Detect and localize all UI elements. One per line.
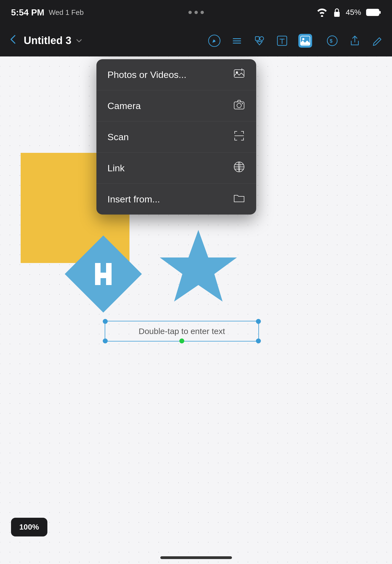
dropdown-item-link[interactable]: Link — [96, 153, 256, 184]
dropdown-item-insert-label: Insert from... — [107, 194, 160, 205]
share-button[interactable] — [348, 34, 361, 47]
shape-nav-diamond[interactable] — [62, 233, 145, 315]
dropdown-item-insert[interactable]: Insert from... — [96, 184, 256, 215]
zoom-indicator[interactable]: 100% — [11, 518, 47, 536]
text-box-handle-bottom-middle[interactable] — [179, 338, 184, 343]
battery-level: 45% — [346, 8, 361, 17]
shape-star[interactable] — [154, 227, 242, 304]
insert-dropdown-menu: Photos or Videos... Camera — [96, 59, 256, 215]
text-box-handle-tr[interactable] — [256, 319, 261, 324]
svg-marker-26 — [160, 230, 237, 302]
edit-button[interactable] — [371, 34, 384, 47]
draw-tool-button[interactable] — [208, 34, 221, 47]
status-time: 5:54 PM — [11, 7, 44, 18]
status-dots — [188, 11, 204, 14]
dropdown-item-link-label: Link — [107, 163, 125, 173]
toolbar-tools — [208, 34, 312, 48]
dropdown-item-scan[interactable]: Scan — [96, 121, 256, 153]
svg-rect-8 — [233, 43, 241, 44]
svg-point-5 — [213, 40, 215, 42]
toolbar: Untitled 3 — [0, 25, 392, 56]
status-icons: 45% — [316, 7, 381, 17]
text-tool-button[interactable] — [276, 34, 288, 47]
svg-text:$: $ — [330, 38, 332, 44]
svg-point-19 — [237, 103, 241, 108]
svg-point-13 — [302, 38, 304, 40]
document-title-area[interactable]: Untitled 3 — [24, 35, 83, 47]
status-bar: 5:54 PM Wed 1 Feb 45% — [0, 0, 392, 25]
scan-icon — [233, 130, 245, 144]
home-indicator — [160, 556, 232, 559]
svg-rect-6 — [233, 38, 241, 39]
undo-button[interactable]: $ — [326, 34, 339, 47]
status-date: Wed 1 Feb — [49, 8, 84, 17]
svg-point-10 — [260, 37, 264, 40]
wifi-icon — [316, 8, 328, 17]
back-button[interactable] — [8, 33, 18, 48]
media-tool-button[interactable] — [298, 34, 312, 48]
text-box-handle-bl[interactable] — [103, 338, 108, 343]
shapes-tool-button[interactable] — [253, 34, 266, 47]
link-icon — [233, 161, 245, 175]
lock-icon — [333, 7, 341, 17]
canvas[interactable]: Photos or Videos... Camera — [0, 56, 392, 564]
lines-tool-button[interactable] — [231, 34, 243, 47]
dropdown-item-scan-label: Scan — [107, 132, 129, 142]
svg-rect-0 — [334, 12, 340, 17]
text-box-handle-br[interactable] — [256, 338, 261, 343]
svg-rect-7 — [233, 40, 241, 41]
camera-icon — [233, 99, 245, 113]
svg-rect-16 — [234, 70, 244, 77]
dropdown-item-camera[interactable]: Camera — [96, 90, 256, 121]
svg-point-20 — [242, 103, 243, 104]
text-box-handle-tl[interactable] — [103, 319, 108, 324]
document-title: Untitled 3 — [24, 35, 71, 47]
text-box[interactable]: Double-tap to enter text — [105, 321, 259, 341]
zoom-level: 100% — [19, 523, 39, 531]
svg-rect-18 — [234, 102, 244, 109]
title-chevron-icon — [75, 37, 83, 45]
photos-icon — [233, 67, 245, 82]
svg-rect-3 — [379, 11, 381, 14]
svg-rect-9 — [255, 37, 259, 40]
text-box-placeholder: Double-tap to enter text — [139, 327, 225, 336]
dropdown-item-photos[interactable]: Photos or Videos... — [96, 59, 256, 90]
battery-icon — [366, 9, 381, 16]
dropdown-item-photos-label: Photos or Videos... — [107, 69, 186, 80]
svg-rect-2 — [367, 10, 375, 15]
dropdown-item-camera-label: Camera — [107, 101, 141, 111]
svg-rect-25 — [95, 273, 112, 278]
folder-icon — [233, 192, 245, 206]
toolbar-right-tools: $ — [326, 34, 384, 47]
